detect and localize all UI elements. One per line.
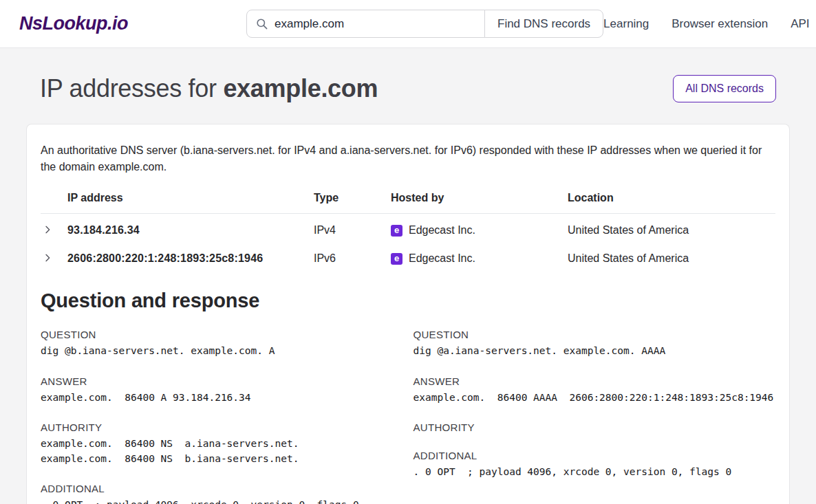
dig-section-content: dig @a.iana-servers.net. example.com. AA…	[414, 344, 776, 359]
header-nav: Learning Browser extension API	[603, 17, 809, 31]
ip-address-value: 93.184.216.34	[67, 214, 314, 243]
column-header-type: Type	[314, 189, 391, 214]
edgecast-favicon-icon: e	[391, 253, 402, 265]
page-title-prefix: IP addresses for	[40, 74, 217, 102]
dig-section-content: dig @b.iana-servers.net. example.com. A	[41, 344, 403, 359]
dig-section-label: ADDITIONAL	[414, 450, 776, 461]
page-title-domain: example.com	[223, 74, 378, 102]
nslookup-logo[interactable]: NsLookup.io	[19, 13, 128, 34]
all-dns-records-button[interactable]: All DNS records	[673, 75, 776, 102]
top-navigation-bar: NsLookup.io Find DNS records Learning Br…	[0, 0, 816, 48]
domain-search-group: Find DNS records	[246, 10, 603, 38]
location-value: United States of America	[568, 214, 775, 243]
chevron-right-icon[interactable]	[41, 223, 54, 237]
edgecast-favicon-icon: e	[391, 225, 402, 237]
location-value: United States of America	[568, 242, 775, 270]
dig-section-label: ANSWER	[414, 375, 776, 387]
host-name: Edgecast Inc.	[409, 252, 475, 265]
record-type: IPv6	[314, 242, 391, 270]
table-row[interactable]: 2606:2800:220:1:248:1893:25c8:1946 IPv6 …	[41, 242, 775, 270]
table-header-row: IP address Type Hosted by Location	[41, 189, 775, 214]
question-response-heading: Question and response	[41, 289, 775, 312]
search-box[interactable]	[246, 10, 485, 38]
dig-section-label: ANSWER	[41, 375, 403, 387]
nav-link-api[interactable]: API	[791, 17, 809, 31]
column-header-ip-address: IP address	[67, 189, 314, 214]
dig-section-label: QUESTION	[414, 329, 776, 340]
find-dns-records-button[interactable]: Find DNS records	[484, 10, 603, 38]
column-header-location: Location	[568, 189, 775, 214]
dig-section-content: example.com. 86400 A 93.184.216.34	[41, 391, 403, 406]
table-row[interactable]: 93.184.216.34 IPv4 e Edgecast Inc. Unite…	[41, 214, 775, 243]
hosted-by-cell: e Edgecast Inc.	[391, 224, 568, 237]
question-response-grid: QUESTION dig @b.iana-servers.net. exampl…	[41, 312, 775, 504]
main-content: IP addresses for example.com All DNS rec…	[0, 48, 816, 504]
ip-address-value: 2606:2800:220:1:248:1893:25c8:1946	[67, 242, 314, 270]
search-icon	[255, 17, 268, 30]
results-description: An authoritative DNS server (b.iana-serv…	[41, 142, 775, 175]
record-type: IPv4	[314, 214, 391, 243]
dig-section-label: QUESTION	[41, 329, 403, 340]
dig-section-content: example.com. 86400 AAAA 2606:2800:220:1:…	[414, 391, 776, 406]
dig-section-content: . 0 OPT ; payload 4096, xrcode 0, versio…	[414, 465, 776, 480]
page-title: IP addresses for example.com	[40, 74, 378, 103]
title-row: IP addresses for example.com All DNS rec…	[26, 48, 790, 124]
dig-section-label: ADDITIONAL	[41, 483, 403, 494]
chevron-right-icon[interactable]	[41, 251, 54, 265]
header-expand-column	[41, 189, 67, 214]
host-name: Edgecast Inc.	[409, 224, 475, 237]
results-card: An authoritative DNS server (b.iana-serv…	[26, 124, 790, 504]
hosted-by-cell: e Edgecast Inc.	[391, 252, 568, 265]
nav-link-learning[interactable]: Learning	[603, 17, 649, 31]
dig-section-content: example.com. 86400 NS a.iana-servers.net…	[41, 437, 403, 466]
nav-link-browser-extension[interactable]: Browser extension	[672, 17, 768, 31]
domain-search-input[interactable]	[275, 17, 476, 31]
dig-section-label: AUTHORITY	[41, 421, 403, 433]
dig-column-ipv4: QUESTION dig @b.iana-servers.net. exampl…	[41, 312, 403, 504]
dig-section-content: . 0 OPT ; payload 4096, xrcode 0, versio…	[41, 498, 403, 504]
ip-results-table: IP address Type Hosted by Location 93.18…	[41, 189, 775, 270]
dig-column-ipv6: QUESTION dig @a.iana-servers.net. exampl…	[414, 312, 776, 504]
dig-section-label: AUTHORITY	[414, 421, 776, 433]
column-header-hosted-by: Hosted by	[391, 189, 568, 214]
